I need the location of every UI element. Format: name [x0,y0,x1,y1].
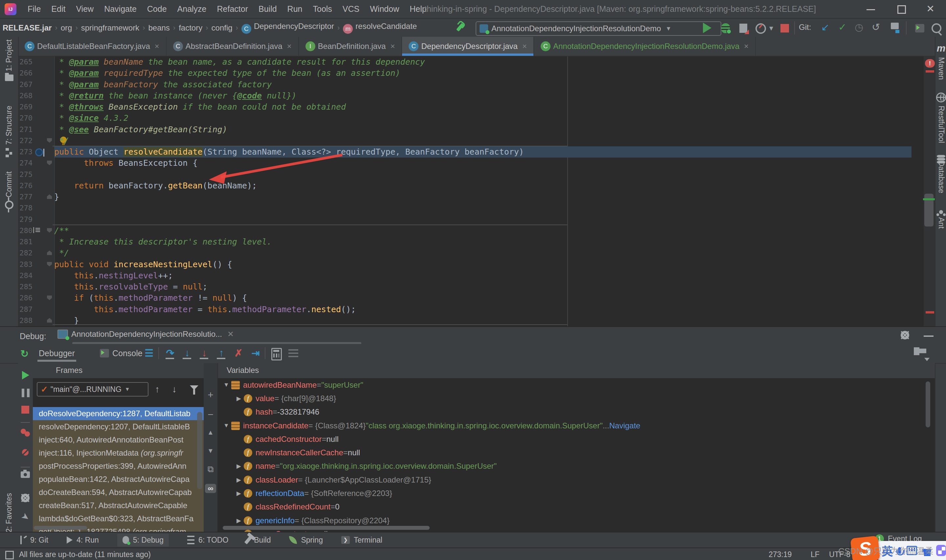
tab-close-icon[interactable]: × [522,42,527,51]
minimize-button[interactable] [866,5,876,14]
tool-window-button-9-git[interactable]: 9: Git [20,536,48,545]
tab-AbstractBeanDefinition.java[interactable]: CAbstractBeanDefinition.java× [166,37,299,56]
frames-hscrollbar[interactable] [34,526,87,530]
tab-debugger[interactable]: Debugger [39,344,75,362]
settings-gear-icon[interactable] [18,494,33,502]
breadcrumb-item[interactable]: factory [179,23,202,32]
add-watch-icon[interactable]: + [203,389,217,400]
error-stripe-mark[interactable] [926,311,934,314]
fold-marker-icon[interactable] [47,295,52,300]
view-options-icon[interactable] [288,347,300,359]
variable-row[interactable]: ▶freflectionData = {SoftReference@2203} [217,486,935,500]
rerun-icon[interactable]: ↻ [20,348,29,360]
sidebar-item-commit[interactable]: Commit [0,171,18,209]
sidebar-item-maven[interactable]: mMaven [935,43,946,80]
rollback-button[interactable]: ↺ [872,22,883,32]
variable-row[interactable]: fcachedConstructor = null [217,432,935,446]
close-button[interactable]: ✕ [926,5,935,14]
tab-BeanDefinition.java[interactable]: IBeanDefinition.java× [299,37,402,56]
sidebar-item-database[interactable]: Database [935,155,946,193]
fold-marker-icon[interactable] [47,138,52,143]
variable-row[interactable]: ▶fname = "org.xiaoge.thinking.in.spring.… [217,460,935,473]
evaluate-expression-icon[interactable] [271,347,282,359]
line-ending[interactable]: LF [811,550,820,559]
pin-icon[interactable]: ➤ [17,508,35,526]
frame-up-icon[interactable]: ↑ [155,384,160,395]
stack-frame-row[interactable]: createBean:517, AbstractAutowireCapable [33,499,203,512]
coverage-button[interactable] [738,23,749,34]
expander-icon[interactable]: ▼ [221,382,231,388]
fold-marker-icon[interactable] [47,251,52,255]
stack-frame-row[interactable]: inject:640, AutowiredAnnotationBeanPost [33,433,203,446]
menu-run[interactable]: Run [282,4,308,14]
close-icon[interactable]: ✕ [227,329,234,339]
fold-marker-icon[interactable] [47,160,52,165]
tool-window-button-4-run[interactable]: 4: Run [67,536,99,545]
stack-frame-row[interactable]: resolveDependency:1207, DefaultListableB [33,420,203,433]
project-structure-icon[interactable] [891,23,902,34]
expander-icon[interactable]: ▶ [234,395,244,402]
tab-console[interactable]: Console [99,344,143,362]
menu-navigate[interactable]: Navigate [99,4,142,14]
stop-icon[interactable] [18,406,33,414]
debug-button[interactable] [720,23,731,34]
error-stripe-mark[interactable] [926,70,934,72]
stack-frame-row[interactable]: lambda$doGetBean$0:323, AbstractBeanFa [33,512,203,525]
move-up-icon[interactable]: ▲ [203,429,217,436]
expander-icon[interactable]: ▶ [234,463,244,470]
variables-scrollbar[interactable] [926,382,930,428]
tab-close-icon[interactable]: × [390,42,395,51]
breadcrumb-item[interactable]: config [211,23,233,32]
menu-vcs[interactable]: VCS [337,4,365,14]
move-down-icon[interactable]: ▼ [203,447,217,455]
frame-down-icon[interactable]: ↓ [172,384,177,395]
variable-row[interactable]: ▼instanceCandidate = {Class@1824} "class… [217,419,935,432]
gutter-lines-icon[interactable] [33,227,40,233]
hide-panel-icon[interactable] [924,335,934,337]
force-step-into-icon[interactable]: ↓ [199,347,210,359]
tool-window-button-terminal[interactable]: ❯Terminal [341,536,382,545]
sidebar-item-7-structure[interactable]: 7: Structure [0,106,18,155]
git-commit-button[interactable]: ✓ [838,22,849,32]
pause-icon[interactable] [18,389,33,397]
stop-button[interactable] [779,23,790,34]
breadcrumb-item[interactable]: mresolveCandidate [343,22,417,34]
tab-AnnotationDependencyInjectionResolutionDemo.java[interactable]: CAnnotationDependencyInjectionResolution… [534,37,756,56]
tab-close-icon[interactable]: × [155,42,159,51]
profiler-button[interactable] [755,23,766,34]
menu-file[interactable]: File [22,4,46,14]
caret-position[interactable]: 273:19 [769,550,792,559]
step-out-icon[interactable]: ↑ [216,347,227,359]
stack-frame-row[interactable]: postProcessProperties:399, AutowiredAnn [33,460,203,473]
menu-edit[interactable]: Edit [46,4,71,14]
breadcrumb-item[interactable]: org [61,23,72,32]
debug-session-tab[interactable]: AnnotationDependencyInjectionResolutio..… [57,329,234,339]
error-count-badge[interactable]: ! [925,59,935,68]
variable-row[interactable]: fhash = -332817946 [217,405,935,419]
restore-layout-icon[interactable] [914,347,927,358]
error-stripe[interactable] [923,57,935,326]
stack-frame-row[interactable]: populateBean:1422, AbstractAutowireCapa [33,473,203,486]
breadcrumb-item[interactable]: RELEASE.jar [3,23,52,32]
threads-view-icon[interactable]: ☰ [143,347,155,359]
history-clock-icon[interactable]: ◷ [855,22,866,32]
tab-DependencyDescriptor.java[interactable]: CDependencyDescriptor.java× [402,37,534,56]
wrench-icon[interactable] [459,23,468,33]
tab-close-icon[interactable]: × [287,42,292,51]
sidebar-item-1-project[interactable]: 1: Project [0,39,18,81]
menu-refactor[interactable]: Refactor [212,4,253,14]
show-watches-icon[interactable]: ∞ [205,484,216,493]
variables-hscrollbar[interactable] [223,526,430,530]
tool-window-button-5-debug[interactable]: 5: Debug [117,534,169,546]
breadcrumb-item[interactable]: springframework [81,23,139,32]
filter-funnel-icon[interactable] [190,385,199,390]
breadcrumb-item[interactable]: CDependencyDescriptor [242,22,334,34]
duplicate-watch-icon[interactable]: ⧉ [203,464,217,474]
drop-frame-icon[interactable]: ✗ [233,347,244,359]
navigate-link[interactable]: Navigate [609,421,641,430]
variable-row[interactable]: ▶fgenericInfo = {ClassRepository@2204} [217,514,935,527]
tool-window-button-build[interactable]: Build [247,536,271,545]
breadcrumb-item[interactable]: beans [148,23,169,32]
stack-frame-row[interactable]: doCreateBean:594, AbstractAutowireCapab [33,486,203,499]
run-button[interactable] [703,23,714,34]
